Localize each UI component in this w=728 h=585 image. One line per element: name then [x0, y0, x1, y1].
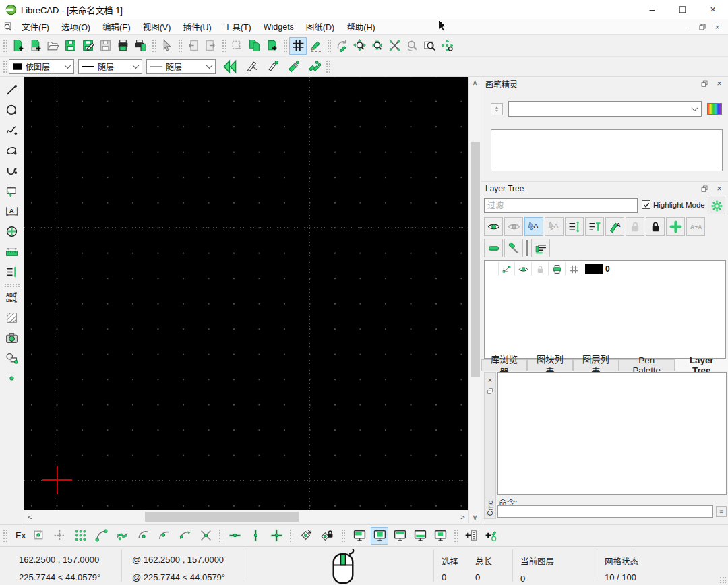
layer-row[interactable]: 0	[498, 261, 725, 276]
tool-block-button[interactable]	[3, 349, 20, 367]
float-panel-button[interactable]	[485, 386, 495, 396]
apply-pen-button[interactable]	[284, 58, 302, 75]
layer-construction-toggle[interactable]	[566, 262, 582, 276]
window-maximize-button[interactable]	[667, 0, 698, 19]
restrict-vertical-button[interactable]	[247, 527, 264, 545]
tool-circle-button[interactable]	[3, 101, 20, 119]
layer-settings-button[interactable]	[708, 197, 725, 214]
tab-layer-tree[interactable]: Layer Tree	[675, 359, 728, 371]
toolbar-handle[interactable]	[151, 38, 156, 53]
layer-visibility-toggle[interactable]	[515, 262, 532, 276]
menu-options[interactable]: 选项(O)	[55, 18, 96, 35]
tool-select-button[interactable]	[3, 182, 20, 199]
mdi-restore-button[interactable]	[696, 22, 709, 32]
layer-print-toggle[interactable]	[549, 262, 566, 276]
pen-color-select[interactable]: 依图层	[9, 59, 74, 74]
snap-middle-button[interactable]	[155, 527, 173, 545]
tool-text-button[interactable]	[3, 288, 20, 306]
resize-grip[interactable]	[719, 576, 726, 583]
toolbar-handle[interactable]	[282, 38, 287, 53]
toolbar-handle[interactable]	[2, 528, 7, 543]
dock-widget-bottom-button[interactable]	[411, 527, 429, 545]
toolbar-handle[interactable]	[325, 59, 330, 74]
grid-toggle-button[interactable]	[289, 37, 307, 55]
show-all-layers-button[interactable]	[484, 217, 503, 236]
print-button[interactable]	[114, 37, 131, 55]
scroll-left-button[interactable]: <	[24, 511, 36, 522]
add-layer-button[interactable]	[666, 217, 685, 236]
toolbar-handle[interactable]	[177, 38, 182, 53]
layer-color-swatch[interactable]	[585, 264, 603, 274]
toolbar-handle[interactable]	[340, 528, 345, 543]
tool-spline-button[interactable]	[3, 121, 20, 139]
restrict-orthogonal-button[interactable]	[268, 527, 285, 545]
tool-ellipse-button[interactable]	[3, 142, 20, 159]
save-all-button[interactable]	[96, 37, 114, 55]
toolbar-handle[interactable]	[326, 38, 331, 53]
layer-lock-toggle[interactable]	[532, 262, 549, 276]
mdi-close-button[interactable]: ×	[710, 22, 724, 32]
menu-drawings[interactable]: 图纸(D)	[300, 18, 340, 35]
tool-modify-button[interactable]	[3, 222, 20, 240]
close-panel-button[interactable]: ×	[714, 184, 725, 193]
zoom-auto-button[interactable]	[386, 37, 403, 55]
new-document-button[interactable]	[9, 37, 26, 55]
snap-intersection-button[interactable]	[197, 527, 214, 545]
snap-endpoints-button[interactable]	[92, 527, 110, 545]
deselect-layer-mode-button[interactable]	[545, 217, 564, 236]
revert-direction-button[interactable]	[333, 37, 351, 55]
scroll-up-button[interactable]: ∧	[469, 77, 481, 88]
scroll-right-button[interactable]: >	[457, 511, 468, 522]
float-panel-button[interactable]	[699, 79, 710, 88]
highlight-mode-checkbox[interactable]	[642, 200, 650, 209]
menu-view[interactable]: 视图(V)	[137, 18, 177, 35]
pen-linetype-select[interactable]: 随层	[78, 59, 142, 74]
menu-tools[interactable]: 工具(T)	[218, 18, 257, 35]
color-picker-button[interactable]	[707, 103, 722, 115]
zoom-in-button[interactable]	[351, 37, 368, 55]
zoom-window-button[interactable]	[421, 37, 438, 55]
tab-library-browser[interactable]: 库浏览器	[481, 359, 527, 371]
copy-button[interactable]	[245, 37, 263, 55]
tool-hatch-button[interactable]	[3, 309, 20, 326]
lock-relative-zero-button[interactable]	[317, 527, 335, 545]
tool-dimension-button[interactable]	[3, 202, 20, 220]
pen-favorites-list[interactable]	[491, 129, 723, 171]
redo-button[interactable]	[202, 37, 219, 55]
copy-pen-button[interactable]	[305, 58, 323, 75]
menu-widgets[interactable]: Widgets	[257, 20, 300, 34]
toolbar-handle[interactable]	[2, 59, 7, 74]
command-options-button[interactable]: ≡	[716, 506, 727, 517]
draft-mode-button[interactable]	[307, 37, 324, 55]
vertical-scroll-thumb[interactable]	[471, 142, 480, 377]
menu-plugins[interactable]: 插件(U)	[177, 18, 217, 35]
unlock-all-layers-button[interactable]	[626, 217, 644, 236]
tab-block-list[interactable]: 图块列表	[527, 359, 573, 371]
add-pen-widget-button[interactable]	[482, 527, 499, 545]
pen-linewidth-select[interactable]: 随层	[146, 59, 216, 74]
tab-pen-palette[interactable]: Pen Palette	[619, 359, 675, 371]
window-close-button[interactable]: ×	[698, 0, 728, 19]
flatten-tree-button[interactable]	[531, 239, 550, 257]
tool-polyline-button[interactable]	[3, 162, 20, 179]
toolbar-handle[interactable]	[221, 38, 226, 53]
pen-wizard-combobox[interactable]	[508, 101, 702, 117]
layer-filter-input[interactable]	[484, 198, 638, 213]
horizontal-scroll-thumb[interactable]	[145, 512, 299, 522]
pick-pen-color-button[interactable]	[264, 58, 281, 75]
paste-button[interactable]	[263, 37, 280, 55]
pen-spinner-button[interactable]	[491, 103, 503, 115]
snap-exclusive-button[interactable]	[30, 527, 47, 545]
cut-button[interactable]	[228, 37, 245, 55]
tool-line-button[interactable]	[3, 81, 20, 98]
snap-entity-button[interactable]	[113, 527, 131, 545]
vertical-scrollbar[interactable]: ∧ ∨	[468, 77, 481, 523]
save-as-button[interactable]	[79, 37, 96, 55]
snap-center-button[interactable]	[134, 527, 152, 545]
snap-on-grid-button[interactable]	[71, 527, 89, 545]
command-input[interactable]	[497, 505, 713, 518]
float-panel-button[interactable]	[699, 184, 710, 193]
snap-distance-button[interactable]	[176, 527, 193, 545]
print-preview-button[interactable]	[131, 37, 149, 55]
menu-help[interactable]: 帮助(H)	[340, 18, 381, 35]
